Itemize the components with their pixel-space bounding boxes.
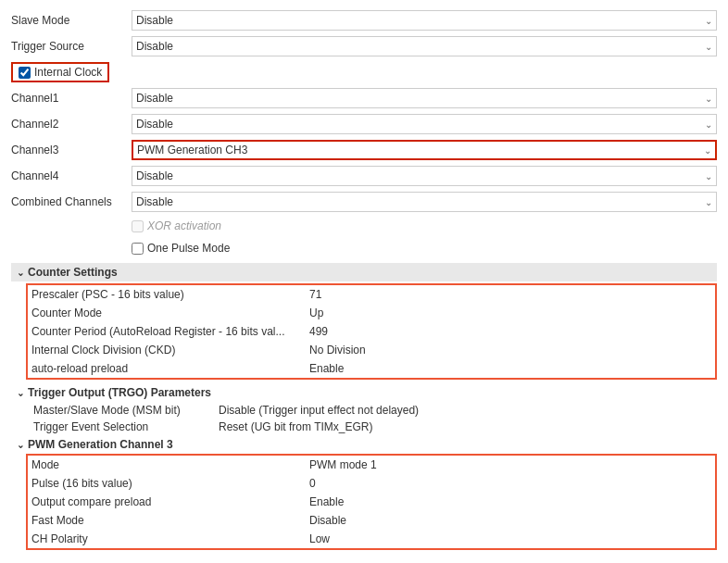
channel3-label: Channel3 xyxy=(11,144,132,156)
trigger-source-arrow-icon: ⌄ xyxy=(705,42,712,52)
channel1-arrow-icon: ⌄ xyxy=(705,94,712,104)
channel2-select[interactable]: Disable ⌄ xyxy=(132,114,717,134)
slave-mode-arrow-icon: ⌄ xyxy=(705,16,712,26)
settings-name-4: auto-reload preload xyxy=(31,362,309,375)
trigger-name-1: Trigger Event Selection xyxy=(33,420,219,433)
trigger-row-0: Master/Slave Mode (MSM bit) Disable (Tri… xyxy=(30,402,717,419)
trigger-output-content: Master/Slave Mode (MSM bit) Disable (Tri… xyxy=(30,402,717,435)
pwm-channel3-header[interactable]: ⌄ PWM Generation Channel 3 xyxy=(11,435,717,454)
settings-row-4: auto-reload preload Enable xyxy=(28,359,715,378)
one-pulse-checkbox[interactable] xyxy=(132,243,144,255)
channel4-select[interactable]: Disable ⌄ xyxy=(132,166,717,186)
settings-row-1: Counter Mode Up xyxy=(28,304,715,322)
channel2-value: Disable xyxy=(136,118,701,131)
xor-checkbox-row: XOR activation xyxy=(132,219,221,232)
trigger-source-value: Disable xyxy=(136,40,701,53)
channel1-value: Disable xyxy=(136,92,701,105)
pwm-name-1: Pulse (16 bits value) xyxy=(31,477,309,490)
pwm-name-0: Mode xyxy=(31,458,309,471)
slave-mode-row: Slave Mode Disable ⌄ xyxy=(11,7,717,33)
settings-value-4: Enable xyxy=(309,362,711,375)
pwm-row-3: Fast Mode Disable xyxy=(28,511,715,530)
channel3-arrow-icon: ⌄ xyxy=(704,145,711,156)
trigger-value-1: Reset (UG bit from TIMx_EGR) xyxy=(219,420,372,433)
channel4-value: Disable xyxy=(136,169,701,182)
trigger-output-expand-icon: ⌄ xyxy=(17,388,24,398)
pwm-row-0: Mode PWM mode 1 xyxy=(28,456,715,474)
slave-mode-value: Disable xyxy=(136,14,701,27)
counter-settings-expand-icon: ⌄ xyxy=(17,268,24,278)
one-pulse-label: One Pulse Mode xyxy=(147,242,230,255)
channel3-select[interactable]: PWM Generation CH3 ⌄ xyxy=(132,140,717,160)
pwm-name-4: CH Polarity xyxy=(31,532,309,545)
trigger-source-select[interactable]: Disable ⌄ xyxy=(132,36,717,56)
counter-settings-content: Prescaler (PSC - 16 bits value) 71 Count… xyxy=(26,283,717,380)
pwm-value-3: Disable xyxy=(309,514,711,527)
one-pulse-row: One Pulse Mode xyxy=(11,237,717,259)
pwm-channel3-content: Mode PWM mode 1 Pulse (16 bits value) 0 … xyxy=(26,454,717,550)
xor-checkbox[interactable] xyxy=(132,220,144,232)
trigger-name-0: Master/Slave Mode (MSM bit) xyxy=(33,404,219,417)
channel4-row: Channel4 Disable ⌄ xyxy=(11,163,717,189)
counter-settings-header[interactable]: ⌄ Counter Settings xyxy=(11,263,717,282)
pwm-value-2: Enable xyxy=(309,495,711,508)
trigger-output-title: Trigger Output (TRGO) Parameters xyxy=(28,386,211,399)
settings-value-3: No Division xyxy=(309,344,711,357)
channel3-row: Channel3 PWM Generation CH3 ⌄ xyxy=(11,137,717,163)
combined-channels-row: Combined Channels Disable ⌄ xyxy=(11,189,717,215)
settings-name-2: Counter Period (AutoReload Register - 16… xyxy=(31,325,309,338)
settings-name-0: Prescaler (PSC - 16 bits value) xyxy=(31,288,309,301)
trigger-row-1: Trigger Event Selection Reset (UG bit fr… xyxy=(30,419,717,435)
trigger-value-0: Disable (Trigger input effect not delaye… xyxy=(219,404,419,417)
pwm-name-3: Fast Mode xyxy=(31,514,309,527)
settings-value-2: 499 xyxy=(309,325,711,338)
one-pulse-checkbox-row: One Pulse Mode xyxy=(132,242,230,255)
channel1-label: Channel1 xyxy=(11,92,132,105)
channel2-arrow-icon: ⌄ xyxy=(705,119,712,130)
settings-value-1: Up xyxy=(309,307,711,319)
settings-row-3: Internal Clock Division (CKD) No Divisio… xyxy=(28,341,715,359)
settings-name-1: Counter Mode xyxy=(31,307,309,319)
pwm-row-2: Output compare preload Enable xyxy=(28,493,715,511)
channel2-row: Channel2 Disable ⌄ xyxy=(11,111,717,137)
internal-clock-checkbox[interactable] xyxy=(19,67,31,79)
trigger-output-header[interactable]: ⌄ Trigger Output (TRGO) Parameters xyxy=(11,383,717,402)
channel1-row: Channel1 Disable ⌄ xyxy=(11,85,717,111)
channel2-label: Channel2 xyxy=(11,118,132,131)
pwm-value-1: 0 xyxy=(309,477,711,490)
combined-channels-select[interactable]: Disable ⌄ xyxy=(132,192,717,212)
combined-channels-value: Disable xyxy=(136,195,701,208)
pwm-row-4: CH Polarity Low xyxy=(28,530,715,548)
combined-channels-label: Combined Channels xyxy=(11,195,132,208)
settings-row-2: Counter Period (AutoReload Register - 16… xyxy=(28,322,715,341)
pwm-name-2: Output compare preload xyxy=(31,495,309,508)
pwm-channel3-expand-icon: ⌄ xyxy=(17,440,24,450)
settings-name-3: Internal Clock Division (CKD) xyxy=(31,344,309,357)
main-container: Slave Mode Disable ⌄ Trigger Source Disa… xyxy=(0,0,728,563)
counter-settings-title: Counter Settings xyxy=(28,266,118,279)
trigger-source-label: Trigger Source xyxy=(11,40,132,53)
pwm-value-4: Low xyxy=(309,532,711,545)
channel4-arrow-icon: ⌄ xyxy=(705,171,712,181)
internal-clock-row: Internal Clock xyxy=(11,62,109,82)
slave-mode-select[interactable]: Disable ⌄ xyxy=(132,10,717,31)
channel4-label: Channel4 xyxy=(11,169,132,182)
xor-label: XOR activation xyxy=(147,219,221,232)
pwm-channel3-title: PWM Generation Channel 3 xyxy=(28,438,173,451)
channel1-select[interactable]: Disable ⌄ xyxy=(132,88,717,108)
footer: 极性设置为Low，因为LED灯是低电平才亮。 CSDN @zoacyf xyxy=(11,557,717,563)
settings-value-0: 71 xyxy=(309,288,711,301)
slave-mode-label: Slave Mode xyxy=(11,14,132,27)
pwm-row-1: Pulse (16 bits value) 0 xyxy=(28,474,715,493)
footer-note: 极性设置为Low，因为LED灯是低电平才亮。 xyxy=(11,557,249,563)
settings-row-0: Prescaler (PSC - 16 bits value) 71 xyxy=(28,285,715,304)
channel3-value: PWM Generation CH3 xyxy=(137,144,700,156)
xor-row: XOR activation xyxy=(11,215,717,237)
combined-channels-arrow-icon: ⌄ xyxy=(705,197,712,207)
internal-clock-label: Internal Clock xyxy=(34,66,102,79)
trigger-source-row: Trigger Source Disable ⌄ xyxy=(11,33,717,59)
pwm-value-0: PWM mode 1 xyxy=(309,458,711,471)
